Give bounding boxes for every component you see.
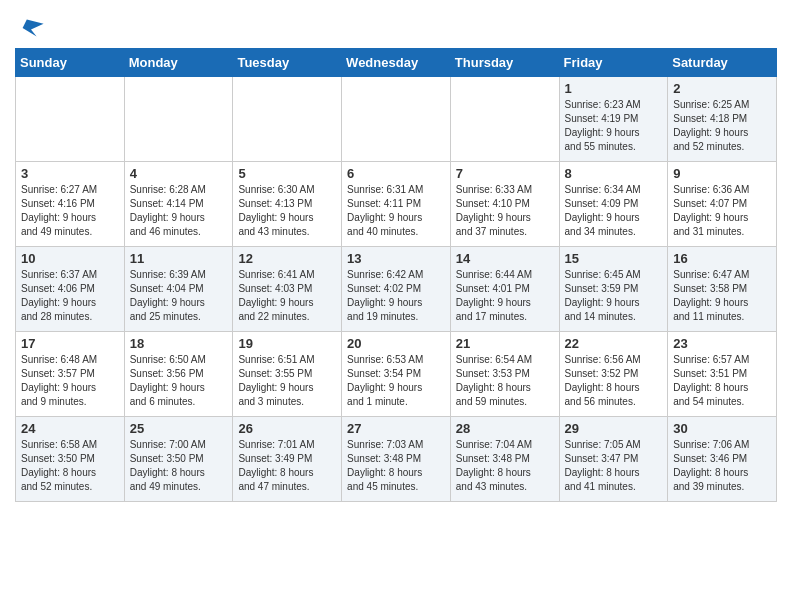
day-number: 24	[21, 421, 119, 436]
day-number: 11	[130, 251, 228, 266]
calendar-cell: 23Sunrise: 6:57 AM Sunset: 3:51 PM Dayli…	[668, 332, 777, 417]
calendar-cell: 10Sunrise: 6:37 AM Sunset: 4:06 PM Dayli…	[16, 247, 125, 332]
day-info: Sunrise: 6:57 AM Sunset: 3:51 PM Dayligh…	[673, 353, 771, 409]
day-info: Sunrise: 6:47 AM Sunset: 3:58 PM Dayligh…	[673, 268, 771, 324]
day-number: 15	[565, 251, 663, 266]
day-info: Sunrise: 6:54 AM Sunset: 3:53 PM Dayligh…	[456, 353, 554, 409]
day-info: Sunrise: 6:28 AM Sunset: 4:14 PM Dayligh…	[130, 183, 228, 239]
day-info: Sunrise: 7:01 AM Sunset: 3:49 PM Dayligh…	[238, 438, 336, 494]
calendar-cell	[16, 77, 125, 162]
day-number: 21	[456, 336, 554, 351]
calendar-cell: 3Sunrise: 6:27 AM Sunset: 4:16 PM Daylig…	[16, 162, 125, 247]
day-number: 12	[238, 251, 336, 266]
day-number: 30	[673, 421, 771, 436]
day-info: Sunrise: 6:36 AM Sunset: 4:07 PM Dayligh…	[673, 183, 771, 239]
calendar-cell: 15Sunrise: 6:45 AM Sunset: 3:59 PM Dayli…	[559, 247, 668, 332]
day-info: Sunrise: 6:45 AM Sunset: 3:59 PM Dayligh…	[565, 268, 663, 324]
day-info: Sunrise: 6:34 AM Sunset: 4:09 PM Dayligh…	[565, 183, 663, 239]
logo	[15, 14, 45, 42]
calendar-cell: 7Sunrise: 6:33 AM Sunset: 4:10 PM Daylig…	[450, 162, 559, 247]
calendar-cell: 9Sunrise: 6:36 AM Sunset: 4:07 PM Daylig…	[668, 162, 777, 247]
calendar-cell: 12Sunrise: 6:41 AM Sunset: 4:03 PM Dayli…	[233, 247, 342, 332]
calendar-cell: 19Sunrise: 6:51 AM Sunset: 3:55 PM Dayli…	[233, 332, 342, 417]
calendar-cell: 17Sunrise: 6:48 AM Sunset: 3:57 PM Dayli…	[16, 332, 125, 417]
day-number: 20	[347, 336, 445, 351]
logo-bird-icon	[17, 14, 45, 42]
header-row: SundayMondayTuesdayWednesdayThursdayFrid…	[16, 49, 777, 77]
day-info: Sunrise: 6:33 AM Sunset: 4:10 PM Dayligh…	[456, 183, 554, 239]
day-info: Sunrise: 7:05 AM Sunset: 3:47 PM Dayligh…	[565, 438, 663, 494]
day-info: Sunrise: 6:23 AM Sunset: 4:19 PM Dayligh…	[565, 98, 663, 154]
calendar-cell: 2Sunrise: 6:25 AM Sunset: 4:18 PM Daylig…	[668, 77, 777, 162]
calendar-cell: 28Sunrise: 7:04 AM Sunset: 3:48 PM Dayli…	[450, 417, 559, 502]
day-number: 27	[347, 421, 445, 436]
day-info: Sunrise: 6:51 AM Sunset: 3:55 PM Dayligh…	[238, 353, 336, 409]
day-info: Sunrise: 6:53 AM Sunset: 3:54 PM Dayligh…	[347, 353, 445, 409]
calendar-cell: 8Sunrise: 6:34 AM Sunset: 4:09 PM Daylig…	[559, 162, 668, 247]
day-info: Sunrise: 7:00 AM Sunset: 3:50 PM Dayligh…	[130, 438, 228, 494]
day-number: 6	[347, 166, 445, 181]
calendar-cell	[450, 77, 559, 162]
day-info: Sunrise: 6:31 AM Sunset: 4:11 PM Dayligh…	[347, 183, 445, 239]
day-number: 1	[565, 81, 663, 96]
day-number: 9	[673, 166, 771, 181]
day-number: 7	[456, 166, 554, 181]
week-row-3: 10Sunrise: 6:37 AM Sunset: 4:06 PM Dayli…	[16, 247, 777, 332]
calendar-cell: 16Sunrise: 6:47 AM Sunset: 3:58 PM Dayli…	[668, 247, 777, 332]
calendar-cell: 26Sunrise: 7:01 AM Sunset: 3:49 PM Dayli…	[233, 417, 342, 502]
calendar-cell: 11Sunrise: 6:39 AM Sunset: 4:04 PM Dayli…	[124, 247, 233, 332]
header-day-wednesday: Wednesday	[342, 49, 451, 77]
header	[15, 10, 777, 42]
calendar-cell	[342, 77, 451, 162]
day-info: Sunrise: 6:50 AM Sunset: 3:56 PM Dayligh…	[130, 353, 228, 409]
calendar-cell: 27Sunrise: 7:03 AM Sunset: 3:48 PM Dayli…	[342, 417, 451, 502]
calendar-cell: 30Sunrise: 7:06 AM Sunset: 3:46 PM Dayli…	[668, 417, 777, 502]
day-info: Sunrise: 6:56 AM Sunset: 3:52 PM Dayligh…	[565, 353, 663, 409]
calendar-header: SundayMondayTuesdayWednesdayThursdayFrid…	[16, 49, 777, 77]
day-number: 8	[565, 166, 663, 181]
day-info: Sunrise: 6:37 AM Sunset: 4:06 PM Dayligh…	[21, 268, 119, 324]
calendar-cell: 20Sunrise: 6:53 AM Sunset: 3:54 PM Dayli…	[342, 332, 451, 417]
day-number: 28	[456, 421, 554, 436]
calendar-cell	[233, 77, 342, 162]
day-info: Sunrise: 6:44 AM Sunset: 4:01 PM Dayligh…	[456, 268, 554, 324]
header-day-monday: Monday	[124, 49, 233, 77]
day-number: 18	[130, 336, 228, 351]
calendar-cell: 14Sunrise: 6:44 AM Sunset: 4:01 PM Dayli…	[450, 247, 559, 332]
day-info: Sunrise: 6:41 AM Sunset: 4:03 PM Dayligh…	[238, 268, 336, 324]
day-number: 4	[130, 166, 228, 181]
day-number: 29	[565, 421, 663, 436]
day-info: Sunrise: 6:39 AM Sunset: 4:04 PM Dayligh…	[130, 268, 228, 324]
calendar-cell: 18Sunrise: 6:50 AM Sunset: 3:56 PM Dayli…	[124, 332, 233, 417]
day-info: Sunrise: 7:06 AM Sunset: 3:46 PM Dayligh…	[673, 438, 771, 494]
day-info: Sunrise: 6:42 AM Sunset: 4:02 PM Dayligh…	[347, 268, 445, 324]
day-number: 16	[673, 251, 771, 266]
header-day-saturday: Saturday	[668, 49, 777, 77]
calendar-cell: 21Sunrise: 6:54 AM Sunset: 3:53 PM Dayli…	[450, 332, 559, 417]
week-row-4: 17Sunrise: 6:48 AM Sunset: 3:57 PM Dayli…	[16, 332, 777, 417]
day-info: Sunrise: 6:30 AM Sunset: 4:13 PM Dayligh…	[238, 183, 336, 239]
header-day-thursday: Thursday	[450, 49, 559, 77]
day-number: 5	[238, 166, 336, 181]
day-number: 10	[21, 251, 119, 266]
header-day-friday: Friday	[559, 49, 668, 77]
week-row-1: 1Sunrise: 6:23 AM Sunset: 4:19 PM Daylig…	[16, 77, 777, 162]
day-number: 14	[456, 251, 554, 266]
calendar-body: 1Sunrise: 6:23 AM Sunset: 4:19 PM Daylig…	[16, 77, 777, 502]
calendar-cell: 4Sunrise: 6:28 AM Sunset: 4:14 PM Daylig…	[124, 162, 233, 247]
day-number: 26	[238, 421, 336, 436]
day-number: 17	[21, 336, 119, 351]
calendar-cell: 5Sunrise: 6:30 AM Sunset: 4:13 PM Daylig…	[233, 162, 342, 247]
day-number: 19	[238, 336, 336, 351]
header-day-sunday: Sunday	[16, 49, 125, 77]
day-number: 23	[673, 336, 771, 351]
day-number: 2	[673, 81, 771, 96]
week-row-2: 3Sunrise: 6:27 AM Sunset: 4:16 PM Daylig…	[16, 162, 777, 247]
day-number: 22	[565, 336, 663, 351]
calendar-cell: 6Sunrise: 6:31 AM Sunset: 4:11 PM Daylig…	[342, 162, 451, 247]
day-info: Sunrise: 7:04 AM Sunset: 3:48 PM Dayligh…	[456, 438, 554, 494]
calendar-cell: 22Sunrise: 6:56 AM Sunset: 3:52 PM Dayli…	[559, 332, 668, 417]
day-number: 13	[347, 251, 445, 266]
day-number: 3	[21, 166, 119, 181]
day-info: Sunrise: 6:58 AM Sunset: 3:50 PM Dayligh…	[21, 438, 119, 494]
